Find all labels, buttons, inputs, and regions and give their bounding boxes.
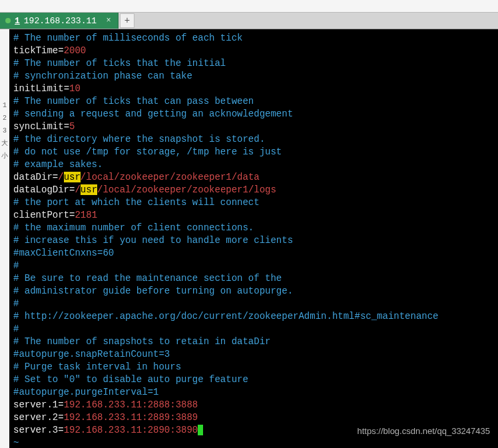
- code-line: # the directory where the snapshot is st…: [13, 133, 494, 146]
- left-gutter: 123大小: [0, 29, 9, 448]
- code-line: initLimit=10: [13, 83, 494, 95]
- tab-session-1[interactable]: 1 192.168.233.11 ×: [0, 13, 119, 29]
- terminal-editor[interactable]: # The number of milliseconds of each tic…: [9, 29, 498, 448]
- code-line: #: [13, 323, 494, 336]
- code-line: #: [13, 260, 494, 272]
- code-line: #: [13, 298, 494, 310]
- gutter-marker: 小: [1, 150, 8, 162]
- code-line: # do not use /tmp for storage, /tmp here…: [13, 146, 494, 158]
- cursor: [198, 425, 203, 435]
- code-line: # The number of ticks that can pass betw…: [13, 95, 494, 108]
- code-line: # example sakes.: [13, 158, 494, 171]
- code-line: # sending a request and getting an ackno…: [13, 108, 494, 120]
- close-icon[interactable]: ×: [103, 15, 114, 26]
- tab-index: 1: [15, 16, 20, 26]
- code-line: # Set to "0" to disable auto purge featu…: [13, 373, 494, 386]
- gutter-marker: 3: [3, 124, 7, 137]
- code-line: # the maximum number of client connectio…: [13, 222, 494, 234]
- code-line: # Be sure to read the maintenance sectio…: [13, 272, 494, 285]
- code-line: dataDir=/usr/local/zookeeper/zookeeper1/…: [13, 171, 494, 184]
- code-line: # The number of ticks that the initial: [13, 57, 494, 70]
- code-line: # increase this if you need to handle mo…: [13, 234, 494, 247]
- code-line: # The number of snapshots to retain in d…: [13, 336, 494, 348]
- code-line: #autopurge.snapRetainCount=3: [13, 348, 494, 361]
- gutter-marker: 大: [1, 137, 8, 150]
- code-line: #maxClientCnxns=60: [13, 247, 494, 260]
- breadcrumb-area: [0, 0, 498, 12]
- code-line: # The number of milliseconds of each tic…: [13, 32, 494, 45]
- code-line: #autopurge.purgeInterval=1: [13, 386, 494, 399]
- code-line: # Purge task interval in hours: [13, 361, 494, 373]
- code-line: server.2=192.168.233.11:2889:3889: [13, 411, 494, 424]
- code-line: tickTime=2000: [13, 45, 494, 57]
- gutter-marker: 1: [3, 99, 7, 112]
- code-line: clientPort=2181: [13, 209, 494, 222]
- code-line: # administrator guide before turning on …: [13, 285, 494, 298]
- gutter-marker: 2: [3, 112, 7, 124]
- code-line: # the port at which the clients will con…: [13, 196, 494, 209]
- code-line: dataLogDir=/usr/local/zookeeper/zookeepe…: [13, 184, 494, 196]
- code-line: syncLimit=5: [13, 120, 494, 133]
- code-line: ~: [13, 437, 494, 448]
- tab-host: 192.168.233.11: [24, 16, 97, 26]
- new-tab-button[interactable]: +: [120, 13, 134, 28]
- code-line: # synchronization phase can take: [13, 70, 494, 83]
- watermark: https://blog.csdn.net/qq_33247435: [358, 426, 491, 436]
- code-line: server.1=192.168.233.11:2888:3888: [13, 399, 494, 411]
- code-line: # http://zookeeper.apache.org/doc/curren…: [13, 310, 494, 323]
- tab-bar: 1 192.168.233.11 × +: [0, 12, 498, 29]
- status-dot-icon: [5, 18, 11, 23]
